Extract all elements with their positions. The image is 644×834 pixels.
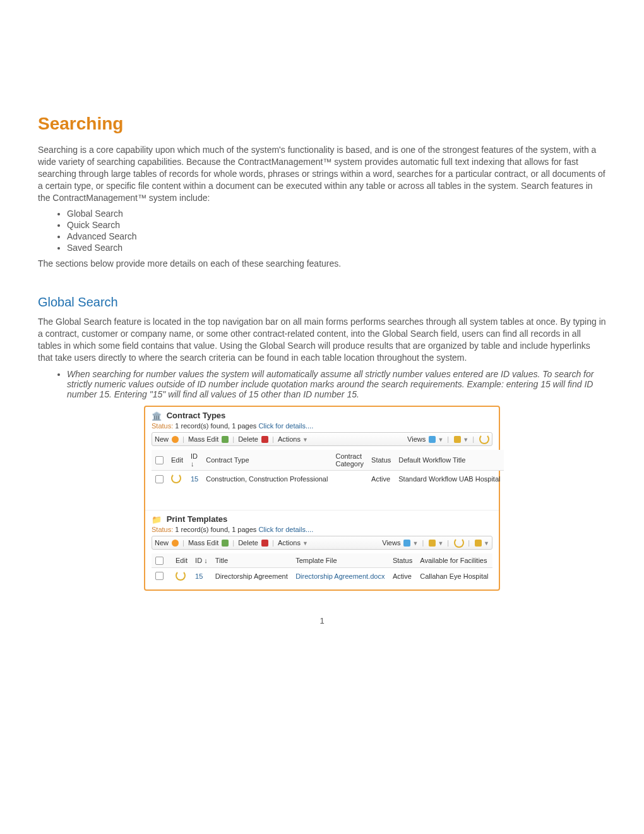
panel-toolbar: New | Mass Edit | Delete | Actions ▼ Vie… [152,432,492,446]
row-id[interactable]: 15 [187,470,202,487]
search-result-screenshot: 🏛️ Contract Types Status: 1 record(s) fo… [144,406,500,591]
new-button[interactable]: New [155,435,179,444]
trash-icon [261,540,268,547]
new-button[interactable]: New [155,539,179,547]
col-id[interactable]: ID ↓ [187,450,202,471]
views-dropdown[interactable]: Views ▼ [407,435,443,444]
select-all-checkbox[interactable] [155,456,164,464]
actions-dropdown[interactable]: Actions ▼ [278,435,308,443]
col-edit[interactable]: Edit [167,450,187,471]
new-icon [172,436,179,443]
contract-types-icon: 🏛️ [152,411,162,421]
row-status: Active [389,567,416,584]
mail-icon [429,540,436,547]
panel-title-text: Contract Types [167,411,226,420]
status-text: 1 record(s) found, 1 pages [175,526,256,533]
panel-contract-types: 🏛️ Contract Types Status: 1 record(s) fo… [145,407,499,492]
chevron-down-icon: ▼ [413,540,419,547]
edit-row-icon[interactable] [176,571,186,581]
status-text: 1 record(s) found, 1 pages [175,422,256,430]
page-number: 1 [38,616,606,626]
panel-title: 📁 Print Templates [152,514,492,524]
note-item: When searching for number values the sys… [67,369,606,399]
intro-paragraph: Searching is a core capability upon whic… [38,144,606,203]
list-item: Saved Search [67,243,606,253]
status-label: Status: [152,526,173,533]
list-item: Advanced Search [67,231,606,241]
col-contract-type[interactable]: Contract Type [202,450,331,471]
print-dropdown[interactable]: ▼ [474,539,489,547]
col-default-workflow[interactable]: Default Workflow Title [395,450,504,471]
table-row: 15 Construction, Construction Profession… [152,470,504,487]
mass-edit-button[interactable]: Mass Edit [188,539,229,547]
actions-dropdown[interactable]: Actions ▼ [278,539,308,547]
refresh-icon [479,434,489,444]
edit-icon [222,436,229,443]
delete-button[interactable]: Delete [238,435,268,444]
results-table: Edit ID ↓ Title Template File Status Ava… [152,553,492,584]
row-contract-category [331,470,367,487]
refresh-button[interactable] [478,434,489,444]
panel-print-templates: 📁 Print Templates Status: 1 record(s) fo… [145,510,499,589]
results-table: Edit ID ↓ Contract Type Contract Categor… [152,450,504,487]
panel-status: Status: 1 record(s) found, 1 pages Click… [152,422,492,430]
panel-title-text: Print Templates [167,514,228,524]
chevron-down-icon: ▼ [484,540,489,547]
col-edit[interactable]: Edit [172,553,191,567]
row-title: Directorship Agreement [212,567,292,584]
row-template-file[interactable]: Directorship Agreement.docx [292,567,389,584]
mass-edit-button[interactable]: Mass Edit [188,435,229,444]
edit-icon [222,540,229,547]
row-workflow: Standard Workflow UAB Hospital [395,470,504,487]
views-dropdown[interactable]: Views ▼ [382,539,418,547]
edit-row-icon[interactable] [171,473,181,483]
panel-title: 🏛️ Contract Types [152,411,492,421]
print-templates-icon: 📁 [152,515,162,524]
refresh-button[interactable] [453,538,464,548]
col-status[interactable]: Status [367,450,395,471]
col-title[interactable]: Title [212,553,292,567]
row-checkbox[interactable] [155,572,164,580]
feature-list: Global Search Quick Search Advanced Sear… [56,208,606,253]
page-title: Searching [38,114,606,134]
chevron-down-icon: ▼ [438,540,443,547]
panel-status: Status: 1 record(s) found, 1 pages Click… [152,526,492,533]
intro-tail: The sections below provide more details … [38,258,606,270]
table-header-row: Edit ID ↓ Title Template File Status Ava… [152,553,492,567]
panel-toolbar: New | Mass Edit | Delete | Actions ▼ Vie… [152,536,492,550]
chevron-down-icon: ▼ [438,437,443,443]
note-list: When searching for number values the sys… [56,369,606,399]
views-icon [429,436,436,443]
col-contract-category[interactable]: Contract Category [331,450,367,471]
delete-button[interactable]: Delete [238,539,268,547]
mail-icon [454,436,461,443]
mail-dropdown[interactable]: ▼ [427,539,443,547]
table-row: 15 Directorship Agreement Directorship A… [152,567,492,584]
row-id[interactable]: 15 [191,567,212,584]
chevron-down-icon: ▼ [302,540,308,547]
section-body: The Global Search feature is located in … [38,316,606,364]
views-icon [403,540,410,547]
col-status[interactable]: Status [389,553,416,567]
status-details-link[interactable]: Click for details.... [258,422,313,430]
col-template-file[interactable]: Template File [292,553,389,567]
row-checkbox[interactable] [155,475,164,483]
select-all-checkbox[interactable] [155,557,164,565]
row-status: Active [367,470,395,487]
new-icon [172,540,179,547]
list-item: Global Search [67,208,606,219]
mail-dropdown[interactable]: ▼ [453,435,468,444]
print-icon [475,540,482,547]
status-details-link[interactable]: Click for details.... [258,526,313,533]
section-heading-global-search: Global Search [38,295,606,310]
row-available-facilities: Callahan Eye Hospital [416,567,492,584]
status-label: Status: [152,422,173,430]
chevron-down-icon: ▼ [302,437,308,443]
refresh-icon [454,538,464,548]
col-id[interactable]: ID ↓ [191,553,212,567]
table-header-row: Edit ID ↓ Contract Type Contract Categor… [152,450,504,471]
col-available-facilities[interactable]: Available for Facilities [416,553,492,567]
list-item: Quick Search [67,220,606,230]
row-contract-type: Construction, Construction Professional [202,470,331,487]
trash-icon [261,436,268,443]
